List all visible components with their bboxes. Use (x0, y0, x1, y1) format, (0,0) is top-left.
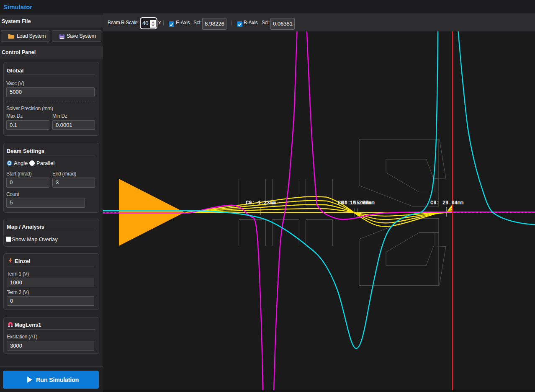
svg-text:C0: 29.04mm: C0: 29.04mm (430, 200, 463, 206)
svg-text:C0: 1.23mm: C0: 1.23mm (246, 200, 276, 206)
svg-text:C0: 15.27mm: C0: 15.27mm (342, 200, 375, 206)
